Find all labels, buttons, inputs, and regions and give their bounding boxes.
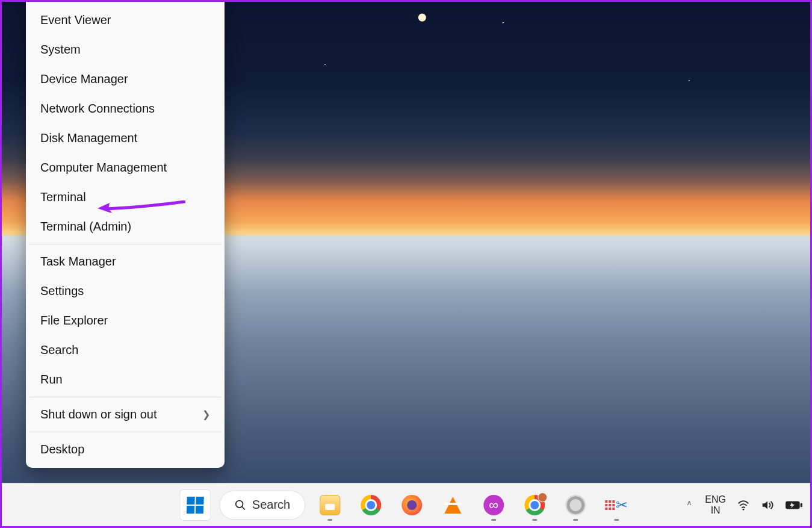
- chrome-icon: [524, 495, 545, 515]
- menu-disk-management[interactable]: Disk Management: [29, 123, 221, 153]
- menu-task-manager[interactable]: Task Manager: [29, 247, 221, 276]
- menu-search[interactable]: Search: [29, 335, 221, 365]
- search-label: Search: [252, 498, 290, 512]
- svg-rect-4: [801, 503, 802, 506]
- snip-icon: ✂: [605, 497, 628, 514]
- svg-line-1: [241, 506, 244, 509]
- mask-icon: ∞: [483, 495, 504, 515]
- menu-file-explorer[interactable]: File Explorer: [29, 306, 221, 335]
- taskbar-chrome-profile[interactable]: [518, 487, 551, 523]
- volume-icon[interactable]: [761, 498, 774, 512]
- taskbar-snipping-tool[interactable]: ✂: [600, 487, 633, 523]
- system-tray: ＾ ENG IN: [684, 483, 803, 526]
- search-icon: [234, 499, 246, 511]
- taskbar-file-explorer[interactable]: [314, 487, 346, 523]
- folder-icon: [320, 495, 340, 515]
- menu-computer-management[interactable]: Computer Management: [29, 153, 221, 182]
- gear-icon: [565, 495, 586, 515]
- menu-separator: [29, 432, 221, 432]
- taskbar-vlc[interactable]: [436, 487, 469, 523]
- menu-event-viewer[interactable]: Event Viewer: [29, 5, 221, 35]
- svg-point-0: [235, 500, 243, 508]
- menu-separator: [29, 397, 221, 397]
- chevron-right-icon: ❯: [202, 409, 210, 420]
- menu-desktop[interactable]: Desktop: [29, 435, 221, 464]
- language-indicator[interactable]: ENG IN: [705, 494, 726, 515]
- battery-icon[interactable]: [785, 498, 803, 512]
- vlc-icon: [444, 497, 461, 514]
- menu-separator: [29, 244, 221, 244]
- profile-avatar-icon: [538, 492, 547, 502]
- taskbar-recorder[interactable]: ∞: [477, 487, 510, 523]
- svg-point-2: [743, 508, 745, 510]
- chrome-icon: [361, 495, 381, 515]
- menu-device-manager[interactable]: Device Manager: [29, 64, 221, 94]
- menu-network-connections[interactable]: Network Connections: [29, 94, 221, 123]
- menu-terminal-admin[interactable]: Terminal (Admin): [29, 212, 221, 241]
- taskbar-firefox[interactable]: [395, 487, 428, 523]
- tray-overflow-button[interactable]: ＾: [684, 498, 694, 511]
- start-button[interactable]: [179, 489, 211, 521]
- wifi-icon[interactable]: [737, 498, 750, 512]
- menu-shutdown-signout[interactable]: Shut down or sign out ❯: [29, 400, 221, 429]
- menu-terminal[interactable]: Terminal: [29, 182, 221, 212]
- taskbar-search[interactable]: Search: [219, 491, 305, 520]
- taskbar-settings[interactable]: [559, 487, 592, 523]
- taskbar-chrome[interactable]: [355, 487, 387, 523]
- taskbar: Search ∞ ✂ ＾ ENG IN: [2, 483, 810, 526]
- power-user-menu: Event Viewer System Device Manager Netwo…: [26, 2, 225, 468]
- firefox-icon: [401, 495, 422, 515]
- menu-run[interactable]: Run: [29, 365, 221, 394]
- menu-settings[interactable]: Settings: [29, 276, 221, 306]
- windows-logo-icon: [186, 497, 203, 514]
- menu-system[interactable]: System: [29, 35, 221, 64]
